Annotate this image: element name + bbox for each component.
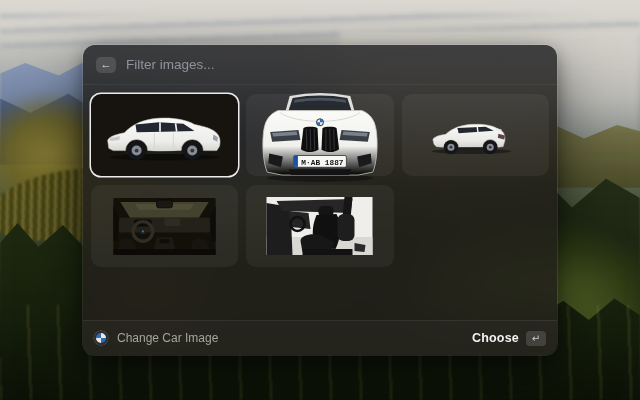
dialog-header: ←	[83, 45, 557, 85]
dialog-spacer	[83, 267, 557, 320]
image-tile-car-front[interactable]: M·AB 1887	[246, 94, 393, 176]
choose-label: Choose	[472, 331, 519, 345]
dialog-footer: Change Car Image Choose ↵	[83, 320, 557, 355]
car-front-image: M·AB 1887	[256, 87, 383, 183]
image-tile-car-side[interactable]	[91, 94, 238, 176]
image-tile-interior-dashboard[interactable]	[91, 185, 238, 267]
search-input[interactable]	[126, 57, 544, 72]
car-interior-seats-image	[266, 197, 373, 255]
command-title: Change Car Image	[117, 331, 218, 345]
return-key-icon: ↵	[526, 331, 546, 346]
car-rear-side-image	[428, 115, 522, 156]
bmw-roundel-grille	[316, 119, 323, 126]
svg-text:M·AB 1887: M·AB 1887	[301, 158, 343, 167]
center-screen	[165, 218, 181, 226]
window-band	[277, 199, 353, 213]
choose-button[interactable]: Choose ↵	[472, 331, 546, 346]
empty-grid-cell	[402, 185, 549, 267]
license-plate: M·AB 1887	[294, 156, 347, 168]
rearview-mirror	[157, 199, 173, 207]
filter-images-dialog: ←	[83, 45, 557, 355]
bmw-logo-icon	[94, 331, 108, 345]
image-tile-car-rear-side[interactable]	[402, 94, 549, 176]
car-side-image	[101, 107, 229, 163]
image-tile-interior-seats[interactable]	[246, 185, 393, 267]
car-lower-intake	[289, 169, 352, 175]
image-grid: M·AB 1887	[83, 85, 557, 267]
car-interior-dashboard-image	[113, 198, 216, 255]
back-button[interactable]: ←	[96, 57, 116, 73]
rear-seat	[338, 214, 355, 241]
